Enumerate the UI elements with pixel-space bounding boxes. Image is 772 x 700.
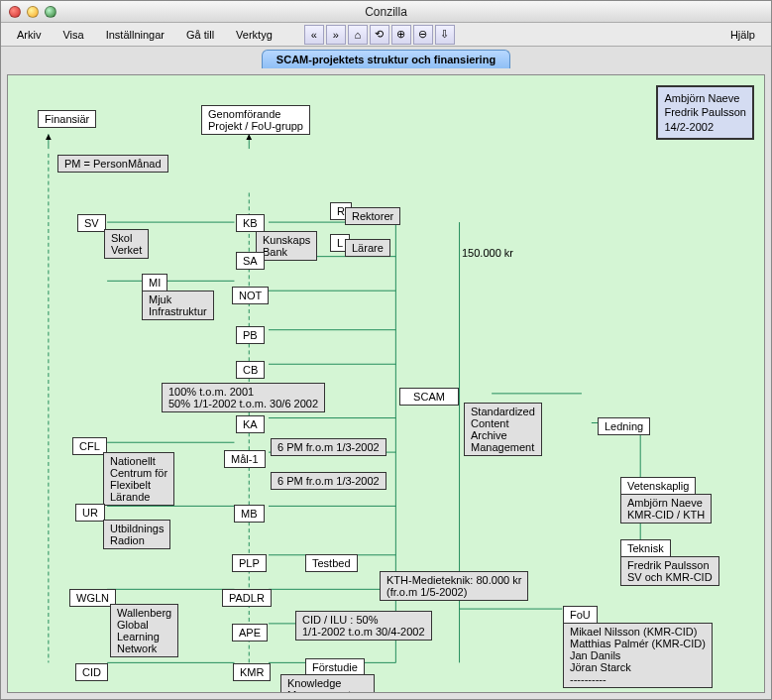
author-date: 14/2-2002 [664, 120, 746, 134]
node-genomforande[interactable]: Genomförande Projekt / FoU-grupp [201, 105, 310, 135]
menu-ga-till[interactable]: Gå till [176, 26, 224, 44]
note-kb: Kunskaps Bank [256, 231, 317, 261]
node-ur[interactable]: UR [75, 504, 105, 522]
node-vetenskaplig[interactable]: Vetenskaplig [620, 477, 696, 495]
zoom-out-button[interactable]: ⊖ [413, 25, 433, 45]
node-pb[interactable]: PB [236, 326, 265, 344]
traffic-lights [1, 6, 56, 18]
node-finansiar[interactable]: Finansiär [38, 110, 96, 128]
author-2: Fredrik Paulsson [664, 105, 746, 119]
node-sa[interactable]: SA [236, 252, 265, 270]
menu-verktyg[interactable]: Verktyg [226, 26, 282, 44]
node-testbed[interactable]: Testbed [305, 554, 358, 572]
toolbar: « » ⌂ ⟲ ⊕ ⊖ ⇩ [304, 25, 455, 45]
diagram-canvas[interactable]: Ambjörn Naeve Fredrik Paulsson 14/2-2002… [7, 74, 765, 693]
note-r: Rektorer [345, 207, 400, 225]
note-vet: Ambjörn Naeve KMR-CID / KTH [620, 494, 712, 524]
note-pm6b: 6 PM fr.o.m 1/3-2002 [271, 472, 386, 490]
authors-box: Ambjörn Naeve Fredrik Paulsson 14/2-2002 [656, 85, 754, 140]
app-window: Conzilla Arkiv Visa Inställningar Gå til… [0, 0, 772, 700]
node-mi[interactable]: MI [142, 274, 167, 292]
zoom-icon[interactable] [45, 6, 56, 18]
node-scam[interactable]: SCAM [399, 388, 459, 406]
note-scam: Standardized Content Archive Management [464, 403, 542, 456]
note-cid50: CID / ILU : 50% 1/1-2002 t.o.m 30/4-2002 [295, 611, 432, 641]
menubar: Arkiv Visa Inställningar Gå till Verktyg… [1, 23, 771, 47]
home-button[interactable]: ⌂ [348, 25, 368, 45]
menu-visa[interactable]: Visa [53, 26, 93, 44]
note-mi: Mjuk Infrastruktur [142, 291, 214, 320]
node-kmr[interactable]: KMR [233, 663, 271, 681]
back-button[interactable]: « [304, 25, 324, 45]
node-mb[interactable]: MB [234, 505, 265, 523]
menu-installningar[interactable]: Inställningar [96, 26, 174, 44]
node-ledning[interactable]: Ledning [598, 417, 650, 435]
forward-button[interactable]: » [326, 25, 346, 45]
canvas-wrap: Ambjörn Naeve Fredrik Paulsson 14/2-2002… [1, 68, 771, 699]
note-kth: KTH-Medieteknik: 80.000 kr (fr.o.m 1/5-2… [380, 571, 528, 601]
node-kb[interactable]: KB [236, 214, 265, 232]
node-mal1[interactable]: Mål-1 [224, 450, 266, 468]
node-cfl[interactable]: CFL [72, 437, 107, 455]
node-cid[interactable]: CID [75, 663, 108, 681]
label-150k: 150.000 kr [462, 247, 513, 259]
sync-button[interactable]: ⟲ [370, 25, 389, 45]
minimize-icon[interactable] [27, 6, 39, 18]
node-ka[interactable]: KA [236, 415, 265, 433]
note-pm6a: 6 PM fr.o.m 1/3-2002 [271, 438, 386, 456]
note-sv: Skol Verket [104, 229, 149, 259]
node-teknisk[interactable]: Teknisk [620, 539, 671, 557]
tabbar: SCAM-projektets struktur och finansierin… [1, 47, 771, 68]
note-l: Lärare [345, 239, 390, 257]
node-not[interactable]: NOT [232, 287, 269, 304]
node-cb[interactable]: CB [236, 361, 265, 379]
note-fou: Mikael Nilsson (KMR-CID) Matthias Palmér… [563, 623, 713, 688]
close-icon[interactable] [9, 6, 21, 18]
menu-arkiv[interactable]: Arkiv [7, 26, 51, 44]
lock-button[interactable]: ⇩ [435, 25, 455, 45]
node-fou[interactable]: FoU [563, 606, 598, 624]
zoom-in-button[interactable]: ⊕ [391, 25, 411, 45]
note-ur: Utbildnings Radion [103, 520, 170, 549]
note-pm: PM = PersonMånad [57, 155, 168, 173]
titlebar: Conzilla [1, 1, 771, 23]
node-wgln[interactable]: WGLN [69, 589, 116, 607]
node-sv[interactable]: SV [77, 214, 106, 232]
node-plp[interactable]: PLP [232, 554, 267, 572]
note-pct: 100% t.o.m. 2001 50% 1/1-2002 t.o.m. 30/… [162, 383, 325, 412]
window-title: Conzilla [1, 5, 771, 19]
note-cfl: Nationellt Centrum för Flexibelt Lärande [103, 452, 174, 506]
note-kmr: Knowledge Management Research Group [280, 674, 375, 693]
note-tek: Fredrik Paulsson SV och KMR-CID [620, 556, 719, 586]
menu-hjalp[interactable]: Hjälp [720, 26, 765, 44]
node-ape[interactable]: APE [232, 624, 268, 642]
author-1: Ambjörn Naeve [664, 91, 746, 105]
node-padlr[interactable]: PADLR [222, 589, 272, 607]
note-wgln: Wallenberg Global Learning Network [110, 604, 178, 657]
tab-main[interactable]: SCAM-projektets struktur och finansierin… [262, 50, 510, 68]
